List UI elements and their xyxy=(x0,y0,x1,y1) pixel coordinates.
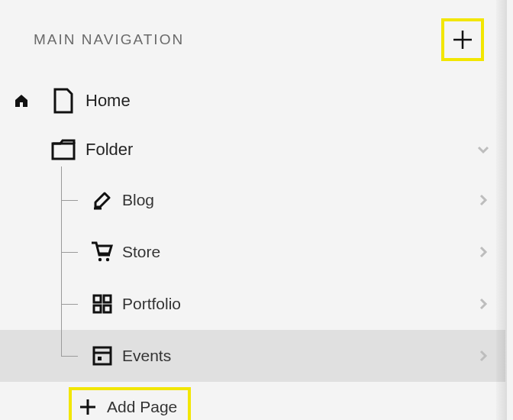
tree-connector xyxy=(0,174,82,226)
nav-subitem-label: Blog xyxy=(122,191,461,209)
nav-item-label: Home xyxy=(82,91,461,111)
nav-subitem-blog[interactable]: Blog xyxy=(0,174,505,226)
grid-icon xyxy=(92,293,113,315)
nav-subitem-label: Events xyxy=(122,347,461,365)
nav-item-home[interactable]: Home xyxy=(0,76,505,125)
chevron-down-icon[interactable] xyxy=(476,142,491,157)
panel-shadow xyxy=(496,0,507,420)
chevron-right-icon xyxy=(476,193,490,207)
calendar-icon xyxy=(92,345,113,367)
add-page-button[interactable]: Add Page xyxy=(69,387,191,420)
add-page-top-button[interactable] xyxy=(441,18,484,61)
nav-list: Home Folder xyxy=(0,67,505,420)
folder-icon xyxy=(51,139,76,160)
svg-point-4 xyxy=(98,258,102,261)
tree-connector xyxy=(0,330,82,382)
home-filled-icon xyxy=(14,93,29,108)
tree-connector xyxy=(0,226,82,278)
page-icon xyxy=(53,88,74,114)
plus-icon xyxy=(451,28,474,51)
panel-title: MAIN NAVIGATION xyxy=(34,31,184,48)
nav-subitem-label: Store xyxy=(122,243,461,261)
svg-rect-12 xyxy=(98,357,102,360)
svg-rect-6 xyxy=(94,296,101,302)
tree-connector xyxy=(0,278,82,330)
plus-icon xyxy=(76,396,99,418)
navigation-panel: MAIN NAVIGATION Home xyxy=(0,0,505,420)
chevron-right-icon xyxy=(476,349,490,363)
svg-rect-2 xyxy=(53,144,74,159)
nav-subitem-store[interactable]: Store xyxy=(0,226,505,278)
nav-item-label: Folder xyxy=(82,140,461,160)
svg-rect-9 xyxy=(104,305,111,312)
svg-rect-8 xyxy=(94,305,101,312)
svg-rect-7 xyxy=(104,296,111,302)
pen-icon xyxy=(91,189,114,212)
add-page-row: Add Page xyxy=(69,385,214,420)
nav-subitem-label: Portfolio xyxy=(122,295,461,313)
nav-subitem-portfolio[interactable]: Portfolio xyxy=(0,278,505,330)
nav-item-folder[interactable]: Folder xyxy=(0,125,505,174)
add-page-label: Add Page xyxy=(107,398,177,416)
nav-subitem-events[interactable]: Events xyxy=(0,330,505,382)
chevron-right-icon xyxy=(476,297,490,311)
svg-point-5 xyxy=(106,258,109,261)
chevron-right-icon xyxy=(476,245,490,259)
cart-icon xyxy=(90,240,115,264)
panel-header: MAIN NAVIGATION xyxy=(0,0,505,67)
svg-rect-10 xyxy=(94,347,111,364)
